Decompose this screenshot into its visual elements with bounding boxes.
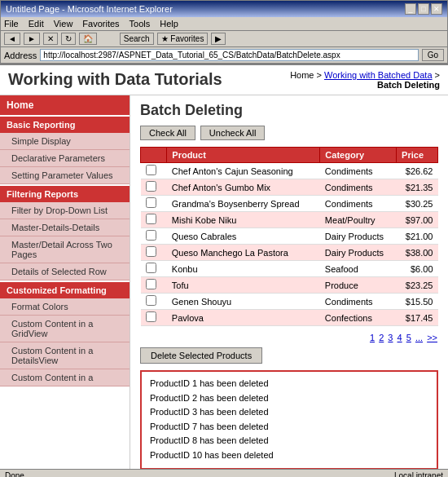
sidebar-item-custom-content-gridview[interactable]: Custom Content in a GridView xyxy=(0,316,130,342)
media-button[interactable]: ▶ xyxy=(211,33,226,45)
page-title: Batch Deleting xyxy=(140,102,438,119)
sidebar-item-simple-display[interactable]: Simple Display xyxy=(0,133,130,150)
uncheck-all-button[interactable]: Uncheck All xyxy=(200,126,265,140)
row-checkbox[interactable] xyxy=(146,279,156,289)
close-button[interactable]: ✕ xyxy=(431,3,442,15)
menu-tools[interactable]: Tools xyxy=(130,19,151,29)
deletion-log-entry: ProductID 1 has been deleted xyxy=(150,377,428,391)
row-checkbox-cell xyxy=(141,277,167,294)
row-checkbox-cell xyxy=(141,294,167,310)
sidebar-item-custom-content-detailsview[interactable]: Custom Content in a DetailsView xyxy=(0,342,130,369)
page-2[interactable]: 2 xyxy=(379,333,384,342)
row-price: $26.62 xyxy=(397,163,438,179)
row-product: Chef Anton's Gumbo Mix xyxy=(167,179,320,196)
breadcrumb: Home > Working with Batched Data > Batch… xyxy=(290,70,440,90)
sidebar-item-setting-parameter-values[interactable]: Setting Parameter Values xyxy=(0,167,130,184)
refresh-button[interactable]: ↻ xyxy=(61,33,76,45)
page-next[interactable]: >> xyxy=(427,333,437,342)
row-checkbox-cell xyxy=(141,245,167,261)
row-price: $23.25 xyxy=(397,277,438,294)
row-price: $15.50 xyxy=(397,294,438,310)
breadcrumb-sep: > xyxy=(433,70,440,80)
row-category: Seafood xyxy=(320,261,397,277)
table-row: Queso Manchego La Pastora Dairy Products… xyxy=(141,245,438,261)
sidebar-section-customized-formatting[interactable]: Customized Formatting xyxy=(0,282,130,298)
deletion-log-entry: ProductID 8 has been deleted xyxy=(150,434,428,448)
menu-help[interactable]: Help xyxy=(160,19,178,29)
sidebar-section-basic-reporting[interactable]: Basic Reporting xyxy=(0,117,130,133)
row-checkbox[interactable] xyxy=(146,263,156,273)
maximize-button[interactable]: □ xyxy=(418,3,429,15)
row-category: Condiments xyxy=(320,294,397,310)
sidebar-item-master-details[interactable]: Master-Details-Details xyxy=(0,219,130,236)
row-product: Pavlova xyxy=(167,310,320,326)
row-price: $21.35 xyxy=(397,179,438,196)
row-product: Chef Anton's Cajun Seasoning xyxy=(167,163,320,179)
address-input[interactable] xyxy=(40,49,418,61)
deletion-log: ProductID 1 has been deletedProductID 2 … xyxy=(140,370,438,469)
row-product: Queso Manchego La Pastora xyxy=(167,245,320,261)
menu-view[interactable]: View xyxy=(54,19,73,29)
table-row: Pavlova Confections $17.45 xyxy=(141,310,438,326)
sidebar-item-format-colors[interactable]: Format Colors xyxy=(0,298,130,316)
row-checkbox-cell xyxy=(141,196,167,212)
sidebar-item-details-selected-row[interactable]: Details of Selected Row xyxy=(0,263,130,280)
page-4[interactable]: 4 xyxy=(397,333,402,342)
row-checkbox[interactable] xyxy=(146,165,156,175)
row-checkbox[interactable] xyxy=(146,214,156,224)
go-button[interactable]: Go xyxy=(422,49,444,61)
row-checkbox-cell xyxy=(141,212,167,228)
main-content: Batch Deleting Check All Uncheck All Pro… xyxy=(130,95,448,469)
deletion-log-entry: ProductID 2 has been deleted xyxy=(150,391,428,406)
row-checkbox[interactable] xyxy=(146,181,156,192)
check-all-button[interactable]: Check All xyxy=(140,126,195,140)
status-text: Done xyxy=(5,471,24,477)
row-checkbox[interactable] xyxy=(146,230,156,241)
table-row: Konbu Seafood $6.00 xyxy=(141,261,438,277)
search-button[interactable]: Search xyxy=(120,33,154,45)
row-product: Konbu xyxy=(167,261,320,277)
row-category: Condiments xyxy=(320,179,397,196)
col-category: Category xyxy=(320,148,397,163)
main-area: Home Basic Reporting Simple Display Decl… xyxy=(0,95,448,469)
row-checkbox[interactable] xyxy=(146,295,156,306)
menu-file[interactable]: File xyxy=(4,19,19,29)
page-1[interactable]: 1 xyxy=(370,333,375,342)
row-checkbox-cell xyxy=(141,310,167,326)
sidebar-section-filtering-reports[interactable]: Filtering Reports xyxy=(0,186,130,202)
sidebar-home[interactable]: Home xyxy=(0,95,130,115)
row-checkbox-cell xyxy=(141,163,167,179)
sidebar-item-custom-content[interactable]: Custom Content in a xyxy=(0,369,130,386)
stop-button[interactable]: ✕ xyxy=(43,33,58,45)
sidebar-item-declarative-parameters[interactable]: Declarative Parameters xyxy=(0,150,130,167)
address-label: Address xyxy=(4,51,37,60)
breadcrumb-link[interactable]: Working with Batched Data xyxy=(324,70,432,80)
menu-bar: File Edit View Favorites Tools Help xyxy=(1,17,447,31)
row-checkbox-cell xyxy=(141,261,167,277)
page-3[interactable]: 3 xyxy=(388,333,393,342)
row-checkbox[interactable] xyxy=(146,246,156,257)
minimize-button[interactable]: _ xyxy=(405,3,416,15)
breadcrumb-home: Home > xyxy=(290,70,324,80)
home-button[interactable]: 🏠 xyxy=(79,33,97,45)
row-checkbox[interactable] xyxy=(146,197,156,208)
page-5[interactable]: 5 xyxy=(406,333,411,342)
row-product: Mishi Kobe Niku xyxy=(167,212,320,228)
table-row: Chef Anton's Gumbo Mix Condiments $21.35 xyxy=(141,179,438,196)
favorites-button[interactable]: ★ Favorites xyxy=(157,33,209,45)
menu-edit[interactable]: Edit xyxy=(29,19,44,29)
forward-button[interactable]: ► xyxy=(24,33,40,45)
table-header-row: Product Category Price xyxy=(141,148,438,163)
sidebar-item-filter-by-dropdown[interactable]: Filter by Drop-Down List xyxy=(0,202,130,219)
page-ellipsis[interactable]: ... xyxy=(415,333,423,342)
sidebar-item-master-detail-two-pages[interactable]: Master/Detail Across Two Pages xyxy=(0,236,130,263)
row-product: Genen Shouyu xyxy=(167,294,320,310)
delete-selected-button[interactable]: Delete Selected Products xyxy=(140,347,262,364)
table-row: Mishi Kobe Niku Meat/Poultry $97.00 xyxy=(141,212,438,228)
row-checkbox[interactable] xyxy=(146,311,156,322)
row-category: Condiments xyxy=(320,196,397,212)
status-bar: Done Local intranet xyxy=(0,469,448,477)
back-button[interactable]: ◄ xyxy=(4,33,20,45)
menu-favorites[interactable]: Favorites xyxy=(82,19,119,29)
row-category: Confections xyxy=(320,310,397,326)
